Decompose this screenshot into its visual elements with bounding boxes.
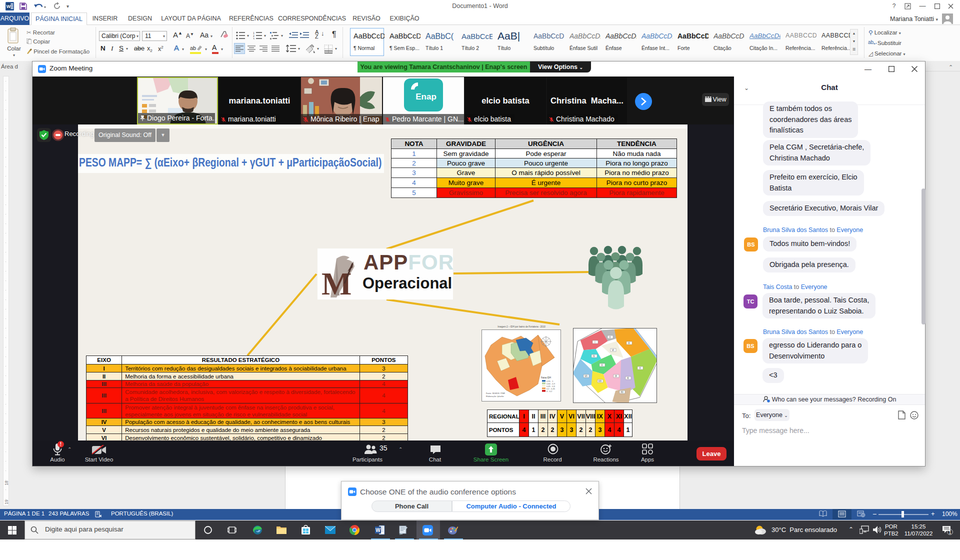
svg-text:0 - 0,2: 0 - 0,2 [546,390,552,392]
svg-text:II: II [610,336,611,338]
svg-text:Elaboração: Iplanfor: Elaboração: Iplanfor [486,395,504,398]
svg-text:Faixa IDH: Faixa IDH [541,376,551,379]
svg-text:III: III [628,342,630,344]
svg-text:M: M [322,266,352,298]
svg-text:VII: VII [584,375,588,378]
svg-text:XI: XI [627,377,629,380]
svg-text:I: I [594,341,595,344]
svg-text:VIII: VIII [598,380,602,382]
svg-text:V: V [601,364,602,366]
svg-text:X: X [639,367,640,370]
svg-text:Enap: Enap [416,92,436,102]
svg-text:!: ! [60,442,62,447]
svg-text:Fonte: SDHDS / PMF: Fonte: SDHDS / PMF [486,392,506,394]
svg-text:W: W [376,528,380,533]
svg-text:IV: IV [593,355,595,358]
svg-text:1: 1 [948,530,951,535]
svg-text:XII: XII [620,391,624,394]
svg-text:3: 3 [253,38,254,40]
svg-text:Imagem 2 – IDH por bairro de F: Imagem 2 – IDH por bairro de Fortaleza -… [498,326,546,328]
svg-text:IX: IX [615,375,617,378]
svg-text:VI: VI [612,349,614,352]
